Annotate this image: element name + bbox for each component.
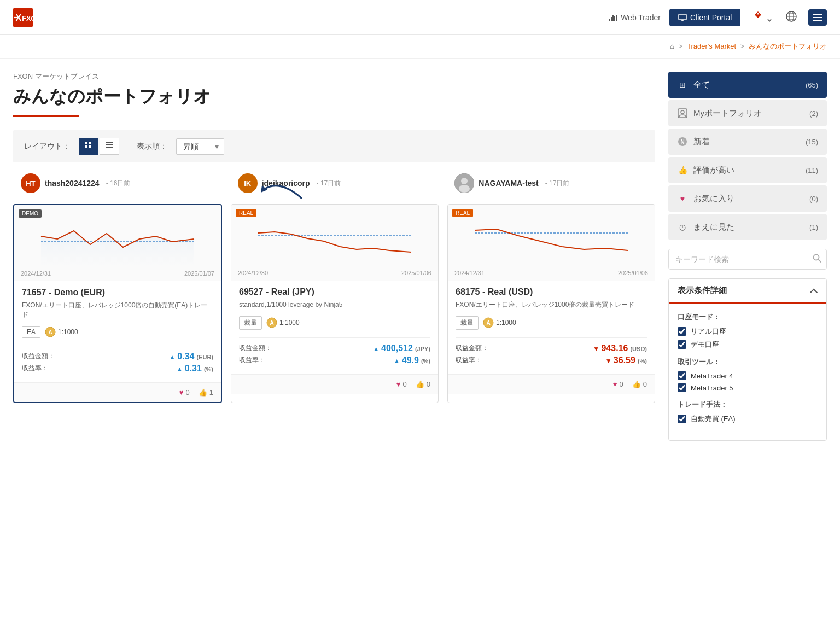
sort-select[interactable]: 昇順 降順 新着順 人気順 (176, 138, 224, 155)
stat-value-amount-1: 0.34(EUR) (169, 352, 213, 362)
footer-thumb-1[interactable]: 👍 1 (199, 388, 213, 397)
filter-group-title-method: トレード手法： (678, 400, 818, 410)
sidebar-count-popular: (11) (806, 166, 818, 174)
card-user-row-3: NAGAYAMA-test - 17日前 (454, 173, 648, 199)
web-trader-link[interactable]: Web Trader (609, 13, 661, 22)
breadcrumb: ⌂ > Trader's Market > みんなのポートフォリオ (0, 35, 840, 59)
svg-rect-25 (106, 142, 113, 143)
filter-group-title-account: 口座モード： (678, 312, 818, 322)
sidebar-category-all[interactable]: ⊞ 全て (65) (668, 72, 827, 98)
avatar-3 (454, 173, 474, 193)
sidebar-cat-label-recent: まえに見た (693, 222, 734, 232)
sidebar-category-popular[interactable]: 👍 評価が高い (11) (668, 157, 827, 183)
sidebar: ⊞ 全て (65) Myポートフォリオ (2) (668, 72, 827, 441)
stat-arrow-rate-down-3 (605, 355, 614, 365)
sidebar-category-my[interactable]: Myポートフォリオ (2) (668, 100, 827, 126)
page-subtitle: FXON マーケットプレイス (13, 72, 655, 81)
chart-start-3: 2024/12/31 (454, 270, 485, 276)
heart-icon-2: ♥ (396, 380, 401, 388)
chevron-up-icon (810, 288, 818, 294)
user-photo-placeholder (454, 173, 474, 193)
user-menu-button[interactable]: X (749, 8, 774, 27)
user-time-3: - 17日前 (545, 179, 570, 188)
sidebar-category-fav[interactable]: ♥ お気に入り (0) (668, 185, 827, 212)
chart-svg-3 (454, 211, 648, 266)
card-desc-2: standard,1/1000 leverage by Ninja5 (239, 300, 430, 310)
svg-point-31 (459, 185, 470, 193)
card-user-row-1: HT thash20241224 - 16日前 (21, 173, 214, 199)
filter-checkbox-ea[interactable] (678, 415, 686, 423)
leverage-value-1: 1:1000 (58, 328, 78, 336)
filter-header[interactable]: 表示条件詳細 (669, 279, 826, 304)
sidebar-count-my: (2) (809, 109, 818, 118)
footer-like-3[interactable]: ♥ 0 (613, 380, 623, 388)
sort-wrapper: 昇順 降順 新着順 人気順 ▾ (176, 138, 224, 155)
chart-area-1: DEMO (14, 205, 221, 281)
like-count-1: 0 (186, 388, 190, 397)
web-trader-label: Web Trader (621, 13, 661, 22)
search-button[interactable] (813, 254, 821, 265)
sidebar-category-new[interactable]: N 新着 (15) (668, 129, 827, 155)
breadcrumb-traders-market[interactable]: Trader's Market (687, 42, 736, 50)
tag-badge-2: 裁量 (239, 316, 262, 330)
sidebar-cat-left-all: ⊞ 全て (677, 79, 710, 90)
my-portfolio-icon (678, 108, 687, 118)
stat-arrow-up-2 (373, 343, 381, 353)
chart-dates-2: 2024/12/30 2025/01/06 (238, 270, 431, 276)
client-portal-button[interactable]: Client Portal (669, 9, 740, 26)
card-title-1: 71657 - Demo (EUR) (22, 288, 213, 298)
filter-checkbox-mt4[interactable] (678, 371, 686, 380)
svg-rect-23 (85, 145, 88, 148)
breadcrumb-current[interactable]: みんなのポートフォリオ (749, 42, 827, 50)
breadcrumb-home-icon[interactable]: ⌂ (670, 42, 674, 50)
filter-option-mt5: MetaTrader 5 (678, 383, 818, 392)
footer-thumb-3[interactable]: 👍 0 (632, 380, 647, 388)
keyword-search-input[interactable] (668, 249, 827, 270)
logo[interactable]: X FXON (13, 8, 33, 27)
hamburger-menu-button[interactable] (808, 9, 827, 26)
portfolio-card-1[interactable]: DEMO (13, 204, 222, 403)
filter-checkbox-demo[interactable] (678, 340, 686, 349)
grid-layout-button[interactable] (79, 138, 98, 155)
stat-arrow-rate-up-2 (394, 355, 402, 365)
username-3: NAGAYAMA-test (479, 179, 538, 188)
stat-label-amount-1: 収益金額： (22, 352, 55, 361)
card-title-3: 68175 - Real (USD) (456, 287, 647, 297)
filter-checkbox-mt5[interactable] (678, 383, 686, 392)
stat-unit-amount-2: (JPY) (415, 346, 430, 352)
card-stats-3: 収益金額： 943.16(USD) 収益率： 36.59(%) (456, 337, 647, 365)
globe-icon (785, 10, 797, 22)
svg-line-46 (819, 260, 821, 263)
footer-like-2[interactable]: ♥ 0 (396, 380, 407, 388)
sidebar-cat-left-recent: ◷ まえに見た (677, 221, 734, 232)
card-desc-3: FXON/エリート口座、レバレッジ1000倍の裁量売買トレード (456, 300, 647, 310)
chart-end-1: 2025/01/07 (184, 270, 214, 277)
page-title: みんなのポートフォリオ (13, 85, 655, 109)
footer-like-1[interactable]: ♥ 0 (179, 388, 190, 397)
language-button[interactable] (783, 8, 800, 26)
sidebar-category-recent[interactable]: ◷ まえに見た (1) (668, 214, 827, 240)
filter-title: 表示条件詳細 (678, 285, 727, 296)
footer-thumb-2[interactable]: 👍 0 (416, 380, 430, 388)
sidebar-cat-label-all: 全て (693, 80, 710, 90)
leverage-info-3: A 1:1000 (483, 317, 516, 328)
chart-icon (609, 13, 617, 22)
list-layout-button[interactable] (100, 138, 119, 155)
portfolio-card-3[interactable]: REAL 2024/12/31 2025/01/06 68175 - Real … (447, 204, 655, 403)
stat-value-rate-1: 0.31(%) (177, 364, 213, 374)
filter-checkbox-real[interactable] (678, 327, 686, 336)
filter-group-trade-method: トレード手法： 自動売買 (EA) (678, 400, 818, 424)
filter-label-ea: 自動売買 (EA) (691, 414, 736, 424)
user-cat-icon (677, 108, 688, 119)
avatar-1: HT (21, 173, 40, 193)
chart-dates-1: 2024/12/31 2025/01/07 (21, 270, 214, 277)
stat-arrow-rate-up-1 (177, 364, 185, 373)
portfolio-card-2[interactable]: REAL 2024/12/30 2025/01/06 69527 - Real … (231, 204, 439, 403)
card-badge-1: DEMO (19, 209, 42, 218)
filter-collapse-icon (810, 287, 818, 295)
heart-icon-1: ♥ (179, 388, 184, 397)
user-col-1: HT thash20241224 - 16日前 (13, 173, 221, 204)
header-nav: Web Trader Client Portal X (609, 8, 827, 27)
grid-icon (85, 142, 92, 149)
card-title-2: 69527 - Real (JPY) (239, 287, 430, 297)
